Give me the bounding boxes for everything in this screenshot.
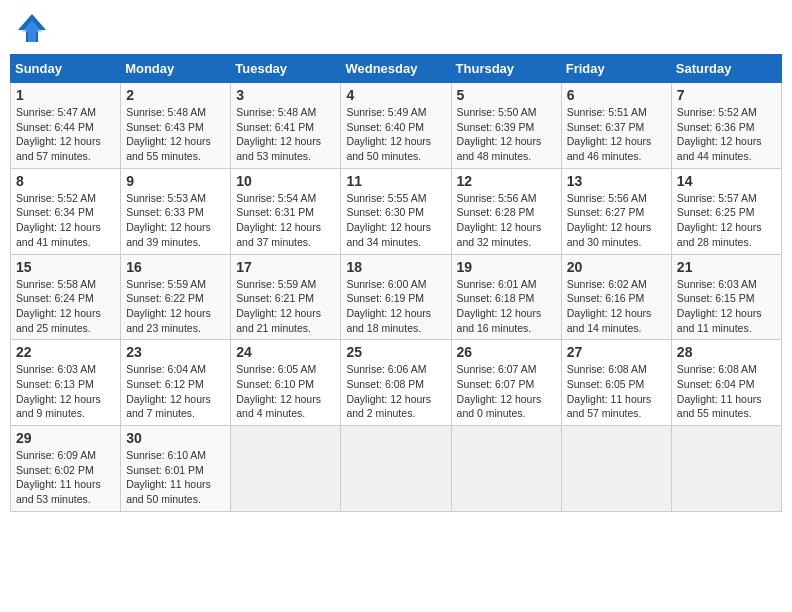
day-number: 25 — [346, 344, 445, 360]
calendar-week-2: 8Sunrise: 5:52 AMSunset: 6:34 PMDaylight… — [11, 168, 782, 254]
day-info: Sunrise: 6:08 AMSunset: 6:04 PMDaylight:… — [677, 362, 776, 421]
logo-icon — [14, 10, 50, 46]
header-saturday: Saturday — [671, 55, 781, 83]
day-info: Sunrise: 5:48 AMSunset: 6:41 PMDaylight:… — [236, 105, 335, 164]
day-info: Sunrise: 6:10 AMSunset: 6:01 PMDaylight:… — [126, 448, 225, 507]
day-info: Sunrise: 5:56 AMSunset: 6:27 PMDaylight:… — [567, 191, 666, 250]
day-number: 19 — [457, 259, 556, 275]
table-row: 16Sunrise: 5:59 AMSunset: 6:22 PMDayligh… — [121, 254, 231, 340]
day-info: Sunrise: 5:52 AMSunset: 6:36 PMDaylight:… — [677, 105, 776, 164]
day-info: Sunrise: 5:52 AMSunset: 6:34 PMDaylight:… — [16, 191, 115, 250]
table-row: 8Sunrise: 5:52 AMSunset: 6:34 PMDaylight… — [11, 168, 121, 254]
table-row — [561, 426, 671, 512]
logo — [14, 10, 54, 46]
day-info: Sunrise: 5:56 AMSunset: 6:28 PMDaylight:… — [457, 191, 556, 250]
table-row: 1Sunrise: 5:47 AMSunset: 6:44 PMDaylight… — [11, 83, 121, 169]
table-row: 30Sunrise: 6:10 AMSunset: 6:01 PMDayligh… — [121, 426, 231, 512]
day-number: 30 — [126, 430, 225, 446]
day-number: 28 — [677, 344, 776, 360]
day-info: Sunrise: 5:47 AMSunset: 6:44 PMDaylight:… — [16, 105, 115, 164]
day-number: 23 — [126, 344, 225, 360]
table-row: 2Sunrise: 5:48 AMSunset: 6:43 PMDaylight… — [121, 83, 231, 169]
table-row: 25Sunrise: 6:06 AMSunset: 6:08 PMDayligh… — [341, 340, 451, 426]
header-wednesday: Wednesday — [341, 55, 451, 83]
table-row: 23Sunrise: 6:04 AMSunset: 6:12 PMDayligh… — [121, 340, 231, 426]
table-row: 19Sunrise: 6:01 AMSunset: 6:18 PMDayligh… — [451, 254, 561, 340]
table-row — [451, 426, 561, 512]
day-number: 29 — [16, 430, 115, 446]
table-row: 5Sunrise: 5:50 AMSunset: 6:39 PMDaylight… — [451, 83, 561, 169]
page-header — [10, 10, 782, 46]
calendar-week-1: 1Sunrise: 5:47 AMSunset: 6:44 PMDaylight… — [11, 83, 782, 169]
day-info: Sunrise: 5:49 AMSunset: 6:40 PMDaylight:… — [346, 105, 445, 164]
day-number: 3 — [236, 87, 335, 103]
calendar-week-3: 15Sunrise: 5:58 AMSunset: 6:24 PMDayligh… — [11, 254, 782, 340]
day-number: 11 — [346, 173, 445, 189]
table-row: 18Sunrise: 6:00 AMSunset: 6:19 PMDayligh… — [341, 254, 451, 340]
table-row: 29Sunrise: 6:09 AMSunset: 6:02 PMDayligh… — [11, 426, 121, 512]
day-number: 13 — [567, 173, 666, 189]
table-row: 7Sunrise: 5:52 AMSunset: 6:36 PMDaylight… — [671, 83, 781, 169]
day-number: 4 — [346, 87, 445, 103]
day-info: Sunrise: 6:09 AMSunset: 6:02 PMDaylight:… — [16, 448, 115, 507]
table-row: 27Sunrise: 6:08 AMSunset: 6:05 PMDayligh… — [561, 340, 671, 426]
table-row: 4Sunrise: 5:49 AMSunset: 6:40 PMDaylight… — [341, 83, 451, 169]
day-info: Sunrise: 5:53 AMSunset: 6:33 PMDaylight:… — [126, 191, 225, 250]
day-info: Sunrise: 6:08 AMSunset: 6:05 PMDaylight:… — [567, 362, 666, 421]
calendar-week-4: 22Sunrise: 6:03 AMSunset: 6:13 PMDayligh… — [11, 340, 782, 426]
day-number: 12 — [457, 173, 556, 189]
calendar-table: Sunday Monday Tuesday Wednesday Thursday… — [10, 54, 782, 512]
table-row: 15Sunrise: 5:58 AMSunset: 6:24 PMDayligh… — [11, 254, 121, 340]
day-info: Sunrise: 6:07 AMSunset: 6:07 PMDaylight:… — [457, 362, 556, 421]
day-number: 14 — [677, 173, 776, 189]
day-info: Sunrise: 5:51 AMSunset: 6:37 PMDaylight:… — [567, 105, 666, 164]
table-row: 24Sunrise: 6:05 AMSunset: 6:10 PMDayligh… — [231, 340, 341, 426]
day-info: Sunrise: 6:04 AMSunset: 6:12 PMDaylight:… — [126, 362, 225, 421]
header-monday: Monday — [121, 55, 231, 83]
day-number: 1 — [16, 87, 115, 103]
day-info: Sunrise: 5:57 AMSunset: 6:25 PMDaylight:… — [677, 191, 776, 250]
header-row: Sunday Monday Tuesday Wednesday Thursday… — [11, 55, 782, 83]
day-number: 27 — [567, 344, 666, 360]
table-row — [671, 426, 781, 512]
table-row — [341, 426, 451, 512]
day-info: Sunrise: 6:06 AMSunset: 6:08 PMDaylight:… — [346, 362, 445, 421]
day-info: Sunrise: 6:05 AMSunset: 6:10 PMDaylight:… — [236, 362, 335, 421]
calendar-week-5: 29Sunrise: 6:09 AMSunset: 6:02 PMDayligh… — [11, 426, 782, 512]
day-number: 10 — [236, 173, 335, 189]
table-row: 10Sunrise: 5:54 AMSunset: 6:31 PMDayligh… — [231, 168, 341, 254]
day-number: 26 — [457, 344, 556, 360]
calendar-body: 1Sunrise: 5:47 AMSunset: 6:44 PMDaylight… — [11, 83, 782, 512]
header-tuesday: Tuesday — [231, 55, 341, 83]
table-row: 17Sunrise: 5:59 AMSunset: 6:21 PMDayligh… — [231, 254, 341, 340]
calendar-header: Sunday Monday Tuesday Wednesday Thursday… — [11, 55, 782, 83]
table-row: 3Sunrise: 5:48 AMSunset: 6:41 PMDaylight… — [231, 83, 341, 169]
day-info: Sunrise: 6:03 AMSunset: 6:15 PMDaylight:… — [677, 277, 776, 336]
table-row: 12Sunrise: 5:56 AMSunset: 6:28 PMDayligh… — [451, 168, 561, 254]
table-row: 6Sunrise: 5:51 AMSunset: 6:37 PMDaylight… — [561, 83, 671, 169]
day-info: Sunrise: 6:03 AMSunset: 6:13 PMDaylight:… — [16, 362, 115, 421]
day-number: 17 — [236, 259, 335, 275]
table-row: 14Sunrise: 5:57 AMSunset: 6:25 PMDayligh… — [671, 168, 781, 254]
day-number: 18 — [346, 259, 445, 275]
table-row — [231, 426, 341, 512]
day-info: Sunrise: 5:58 AMSunset: 6:24 PMDaylight:… — [16, 277, 115, 336]
day-info: Sunrise: 5:50 AMSunset: 6:39 PMDaylight:… — [457, 105, 556, 164]
day-info: Sunrise: 5:55 AMSunset: 6:30 PMDaylight:… — [346, 191, 445, 250]
day-info: Sunrise: 5:59 AMSunset: 6:21 PMDaylight:… — [236, 277, 335, 336]
table-row: 11Sunrise: 5:55 AMSunset: 6:30 PMDayligh… — [341, 168, 451, 254]
day-info: Sunrise: 5:59 AMSunset: 6:22 PMDaylight:… — [126, 277, 225, 336]
day-info: Sunrise: 5:48 AMSunset: 6:43 PMDaylight:… — [126, 105, 225, 164]
day-number: 7 — [677, 87, 776, 103]
day-info: Sunrise: 5:54 AMSunset: 6:31 PMDaylight:… — [236, 191, 335, 250]
header-friday: Friday — [561, 55, 671, 83]
day-number: 22 — [16, 344, 115, 360]
header-thursday: Thursday — [451, 55, 561, 83]
day-info: Sunrise: 6:01 AMSunset: 6:18 PMDaylight:… — [457, 277, 556, 336]
day-number: 20 — [567, 259, 666, 275]
table-row: 22Sunrise: 6:03 AMSunset: 6:13 PMDayligh… — [11, 340, 121, 426]
day-number: 24 — [236, 344, 335, 360]
table-row: 28Sunrise: 6:08 AMSunset: 6:04 PMDayligh… — [671, 340, 781, 426]
day-number: 5 — [457, 87, 556, 103]
table-row: 20Sunrise: 6:02 AMSunset: 6:16 PMDayligh… — [561, 254, 671, 340]
